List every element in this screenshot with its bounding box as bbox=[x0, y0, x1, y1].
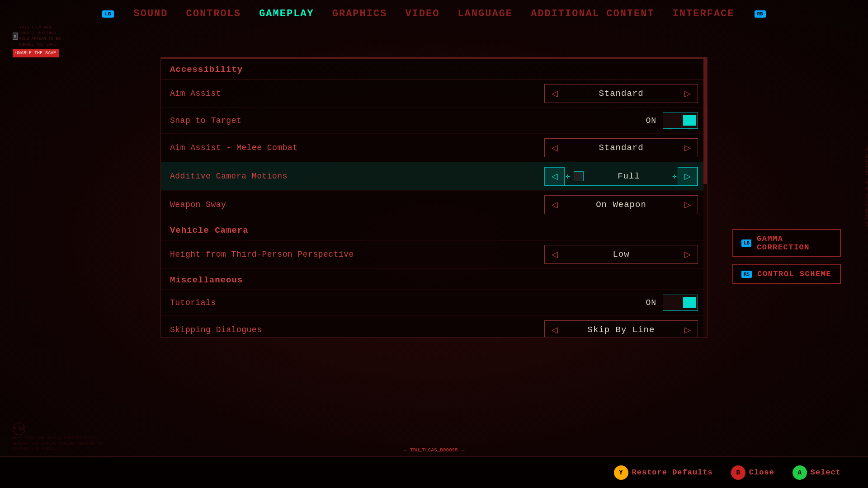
nav-graphics[interactable]: GRAPHICS bbox=[332, 8, 387, 19]
setting-height-third-person: Height from Third-Person Perspective ◁ L… bbox=[161, 240, 707, 269]
section-vehicle-camera: Vehicle Camera bbox=[161, 219, 707, 240]
aim-assist-selector[interactable]: ◁ Standard ▷ bbox=[544, 84, 698, 103]
aim-assist-next[interactable]: ▷ bbox=[678, 84, 698, 103]
aim-assist-melee-next[interactable]: ▷ bbox=[678, 139, 698, 157]
skipping-dialogues-label: Skipping Dialogues bbox=[170, 325, 544, 334]
height-third-person-selector[interactable]: ◁ Low ▷ bbox=[544, 245, 698, 264]
height-third-person-label: Height from Third-Person Perspective bbox=[170, 250, 544, 259]
settings-panel: Accessibility Aim Assist ◁ Standard ▷ bbox=[160, 57, 708, 338]
additive-camera-value: Full bbox=[586, 171, 672, 181]
weapon-sway-selector[interactable]: ◁ On Weapon ▷ bbox=[544, 195, 698, 214]
setting-skipping-dialogues: Skipping Dialogues ◁ Skip By Line ▷ bbox=[161, 316, 707, 338]
nav-interface[interactable]: INTERFACE bbox=[673, 8, 735, 19]
right-decoration: DS ABCDEFGHI ABCDEFGHIJKLMNOPQ RS bbox=[859, 146, 868, 227]
section-miscellaneous: Miscellaneous bbox=[161, 269, 707, 290]
bottom-code-text: TBH_TLCAS_B00095 bbox=[410, 447, 458, 453]
additive-camera-next[interactable]: ▷ bbox=[678, 167, 698, 185]
snap-to-target-toggle[interactable] bbox=[663, 113, 698, 129]
section-accessibility: Accessibility bbox=[161, 58, 707, 80]
height-third-person-next[interactable]: ▷ bbox=[678, 245, 698, 263]
weapon-sway-label: Weapon Sway bbox=[170, 200, 544, 209]
control-scheme-badge: RS bbox=[741, 271, 752, 278]
scrollbar-thumb bbox=[703, 58, 707, 184]
side-buttons: LB GAMMA CORRECTION RS CONTROL SCHEME bbox=[732, 229, 841, 284]
weapon-sway-value: On Weapon bbox=[565, 200, 678, 210]
panel-scrollbar[interactable] bbox=[703, 58, 707, 337]
weapon-sway-prev[interactable]: ◁ bbox=[545, 196, 565, 214]
aim-assist-prev[interactable]: ◁ bbox=[545, 84, 565, 103]
tutorials-toggle-container: ON bbox=[639, 295, 698, 311]
left-deco-badge: UNABLE THE SAVE bbox=[13, 49, 59, 57]
snap-to-target-label: Snap to Target bbox=[170, 116, 639, 125]
version-description: ONLY EVER AND READ A CERTAIN ITEM APPEAR… bbox=[13, 436, 103, 452]
left-decoration: ⊞ THIS ITEM AND USER'S SETTINGS FILE APP… bbox=[13, 25, 67, 59]
additive-camera-thumb bbox=[574, 171, 584, 181]
tutorials-thumb bbox=[683, 297, 696, 308]
select-badge: A bbox=[793, 465, 807, 480]
additive-camera-prev[interactable]: ◁ bbox=[545, 167, 565, 185]
nav-gameplay[interactable]: GAMEPLAY bbox=[259, 8, 314, 19]
gamma-correction-button[interactable]: LB GAMMA CORRECTION bbox=[732, 229, 841, 257]
restore-defaults-badge: Y bbox=[614, 465, 628, 480]
left-deco-text: THIS ITEM AND USER'S SETTINGS FILE APPEA… bbox=[19, 25, 67, 47]
aim-assist-melee-prev[interactable]: ◁ bbox=[545, 139, 565, 157]
nav-language[interactable]: LANGUAGE bbox=[458, 8, 513, 19]
tutorials-state: ON bbox=[639, 298, 656, 307]
setting-aim-assist-melee: Aim Assist - Melee Combat ◁ Standard ▷ bbox=[161, 134, 707, 162]
nav-sound[interactable]: SOUND bbox=[134, 8, 168, 19]
aim-assist-label: Aim Assist bbox=[170, 89, 544, 98]
nav-controls[interactable]: CONTROLS bbox=[186, 8, 241, 19]
control-scheme-label: CONTROL SCHEME bbox=[757, 270, 831, 278]
weapon-sway-next[interactable]: ▷ bbox=[678, 196, 698, 214]
nav-video[interactable]: VIDEO bbox=[405, 8, 439, 19]
height-third-person-prev[interactable]: ◁ bbox=[545, 245, 565, 263]
setting-aim-assist: Aim Assist ◁ Standard ▷ bbox=[161, 80, 707, 108]
restore-defaults-label: Restore Defaults bbox=[632, 468, 713, 477]
tutorials-label: Tutorials bbox=[170, 298, 639, 307]
height-third-person-value: Low bbox=[565, 249, 678, 259]
select-action[interactable]: A Select bbox=[793, 465, 841, 480]
skipping-dialogues-next[interactable]: ▷ bbox=[678, 321, 698, 338]
close-badge: B bbox=[731, 465, 745, 480]
skipping-dialogues-prev[interactable]: ◁ bbox=[545, 321, 565, 338]
setting-additive-camera: Additive Camera Motions ◁ ✛ Full ✛ ▷ bbox=[161, 162, 707, 191]
select-label: Select bbox=[811, 468, 841, 477]
lb-badge[interactable]: LB bbox=[102, 10, 113, 18]
skipping-dialogues-selector[interactable]: ◁ Skip By Line ▷ bbox=[544, 320, 698, 338]
setting-snap-to-target: Snap to Target ON bbox=[161, 108, 707, 134]
bottom-center-code: — TBH_TLCAS_B00095 — bbox=[404, 447, 465, 453]
nav-additional-content[interactable]: ADDITIONAL CONTENT bbox=[531, 8, 655, 19]
snap-to-target-toggle-container: ON bbox=[639, 113, 698, 129]
gamma-correction-badge: LB bbox=[741, 239, 751, 247]
control-scheme-button[interactable]: RS CONTROL SCHEME bbox=[732, 264, 841, 284]
setting-weapon-sway: Weapon Sway ◁ On Weapon ▷ bbox=[161, 191, 707, 219]
close-label: Close bbox=[749, 468, 774, 477]
tutorials-toggle[interactable] bbox=[663, 295, 698, 311]
aim-assist-value: Standard bbox=[565, 89, 678, 99]
aim-assist-melee-value: Standard bbox=[565, 143, 678, 153]
additive-camera-selector[interactable]: ◁ ✛ Full ✛ ▷ bbox=[544, 167, 698, 186]
additive-camera-label: Additive Camera Motions bbox=[170, 172, 544, 181]
bottom-action-bar: Y Restore Defaults B Close A Select bbox=[0, 456, 868, 488]
aim-assist-melee-selector[interactable]: ◁ Standard ▷ bbox=[544, 138, 698, 157]
snap-to-target-thumb bbox=[683, 115, 696, 126]
rb-badge[interactable]: RB bbox=[755, 10, 766, 18]
setting-tutorials: Tutorials ON bbox=[161, 290, 707, 316]
gamma-correction-label: GAMMA CORRECTION bbox=[757, 235, 832, 252]
aim-assist-melee-label: Aim Assist - Melee Combat bbox=[170, 143, 544, 152]
skipping-dialogues-value: Skip By Line bbox=[565, 325, 678, 335]
version-info: V 05 ONLY EVER AND READ A CERTAIN ITEM A… bbox=[13, 422, 103, 452]
top-navigation: LB SOUND CONTROLS GAMEPLAY GRAPHICS VIDE… bbox=[0, 0, 868, 24]
close-action[interactable]: B Close bbox=[731, 465, 774, 480]
restore-defaults-action[interactable]: Y Restore Defaults bbox=[614, 465, 713, 480]
snap-to-target-state: ON bbox=[639, 116, 656, 125]
